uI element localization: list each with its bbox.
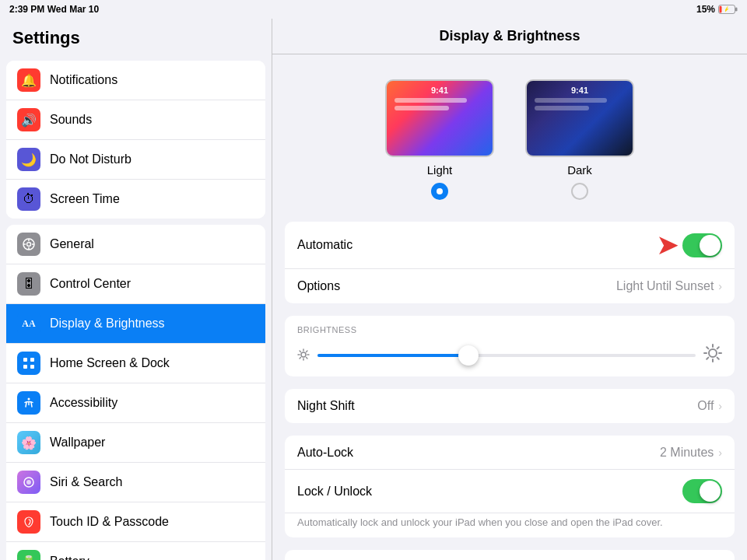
options-row[interactable]: Options Light Until Sunset › (285, 269, 735, 303)
automatic-section: Automatic ➤ Options Light Until Sunset › (285, 222, 735, 303)
options-label: Options (297, 279, 616, 293)
status-right: 15% (696, 4, 738, 15)
sidebar-section-1: 🔔 Notifications 🔊 Sounds 🌙 Do Not Distur… (6, 61, 265, 219)
touch-id-label: Touch ID & Passcode (50, 515, 169, 529)
night-shift-value: Off (697, 399, 714, 413)
lock-unlock-description: Automatically lock and unlock your iPad … (285, 513, 735, 537)
svg-point-13 (28, 398, 30, 401)
sidebar-item-accessibility[interactable]: Accessibility (6, 383, 265, 423)
wallpaper-label: Wallpaper (50, 436, 105, 450)
battery-sidebar-icon: 🔋 (17, 550, 40, 560)
dark-radio[interactable] (571, 183, 588, 200)
status-time: 2:39 PM Wed Mar 10 (9, 4, 99, 15)
svg-rect-11 (23, 365, 27, 369)
svg-line-24 (300, 357, 300, 358)
sidebar-item-wallpaper[interactable]: 🌸 Wallpaper (6, 423, 265, 463)
wallpaper-icon: 🌸 (17, 431, 40, 454)
screen-time-label: Screen Time (50, 192, 120, 206)
night-shift-label: Night Shift (297, 399, 697, 413)
sidebar-item-general[interactable]: General (6, 225, 265, 264)
sidebar-title: Settings (0, 19, 272, 54)
appearance-row: 9:41 Light 9:41 (285, 67, 735, 206)
do-not-disturb-icon: 🌙 (17, 148, 40, 171)
automatic-label: Automatic (297, 238, 656, 252)
dark-preview-bars (535, 98, 625, 110)
sidebar-item-control-center[interactable]: 🎛 Control Center (6, 264, 265, 304)
main-layout: Settings 🔔 Notifications 🔊 Sounds 🌙 Do N… (0, 19, 747, 560)
sounds-label: Sounds (50, 113, 92, 127)
content-body: 9:41 Light 9:41 (272, 54, 747, 560)
auto-lock-value: 2 Minutes (660, 446, 714, 460)
svg-rect-10 (30, 358, 34, 362)
home-screen-label: Home Screen & Dock (50, 356, 170, 370)
svg-line-21 (300, 351, 300, 352)
sidebar-item-sounds[interactable]: 🔊 Sounds (6, 100, 265, 140)
sidebar-item-siri-search[interactable]: Siri & Search (6, 463, 265, 502)
sidebar: Settings 🔔 Notifications 🔊 Sounds 🌙 Do N… (0, 19, 272, 560)
control-center-icon: 🎛 (17, 272, 40, 296)
siri-label: Siri & Search (50, 475, 122, 489)
sidebar-item-battery[interactable]: 🔋 Battery (6, 542, 265, 560)
status-bar: 2:39 PM Wed Mar 10 15% (0, 0, 747, 19)
svg-point-15 (26, 480, 31, 485)
screen-time-icon: ⏱ (17, 187, 40, 211)
svg-line-23 (307, 351, 307, 352)
auto-lock-row[interactable]: Auto-Lock 2 Minutes › (285, 436, 735, 470)
display-brightness-label: Display & Brightness (50, 317, 165, 331)
svg-point-4 (27, 243, 31, 247)
preview-bar-2 (395, 106, 449, 110)
dark-preview-time: 9:41 (571, 86, 588, 95)
display-brightness-icon: AA (17, 312, 40, 335)
brightness-min-icon (297, 348, 310, 363)
svg-rect-2 (735, 8, 738, 12)
light-preview-time: 9:41 (431, 86, 448, 95)
brightness-slider[interactable] (317, 354, 696, 357)
svg-point-16 (301, 352, 306, 357)
brightness-row (297, 344, 722, 367)
appearance-light-card[interactable]: 9:41 Light (385, 79, 494, 200)
brightness-section: BRIGHTNESS (285, 316, 735, 376)
sidebar-item-home-screen[interactable]: Home Screen & Dock (6, 344, 265, 383)
content-title: Display & Brightness (439, 28, 580, 44)
svg-line-30 (707, 347, 708, 348)
appearance-dark-card[interactable]: 9:41 Dark (525, 79, 634, 200)
dark-bar-2 (535, 106, 589, 110)
brightness-label: BRIGHTNESS (297, 325, 722, 334)
sidebar-item-do-not-disturb[interactable]: 🌙 Do Not Disturb (6, 140, 265, 180)
brightness-thumb[interactable] (458, 345, 479, 366)
sounds-icon: 🔊 (17, 108, 40, 131)
dark-label: Dark (567, 163, 592, 177)
accessibility-label: Accessibility (50, 396, 117, 410)
lock-section: Auto-Lock 2 Minutes › Lock / Unlock Auto… (285, 436, 735, 537)
general-label: General (50, 237, 94, 251)
auto-lock-chevron: › (718, 446, 722, 459)
text-size-row[interactable]: Text Size › (285, 550, 735, 560)
svg-rect-12 (30, 365, 34, 369)
lock-unlock-row: Lock / Unlock (285, 470, 735, 513)
control-center-label: Control Center (50, 277, 131, 291)
svg-rect-1 (720, 6, 722, 13)
siri-icon (17, 471, 40, 494)
do-not-disturb-label: Do Not Disturb (50, 152, 132, 166)
night-shift-row[interactable]: Night Shift Off › (285, 389, 735, 423)
accessibility-icon (17, 391, 40, 415)
light-radio[interactable] (431, 183, 448, 200)
svg-line-22 (307, 357, 307, 358)
automatic-row: Automatic ➤ (285, 222, 735, 269)
lock-unlock-toggle[interactable] (682, 479, 722, 503)
notifications-label: Notifications (50, 73, 117, 87)
battery-label: Battery (50, 555, 89, 560)
automatic-toggle[interactable] (682, 233, 722, 257)
sidebar-item-display-brightness[interactable]: AA Display & Brightness (6, 304, 265, 344)
sidebar-item-touch-id[interactable]: Touch ID & Passcode (6, 502, 265, 542)
sidebar-item-screen-time[interactable]: ⏱ Screen Time (6, 180, 265, 219)
general-icon (17, 233, 40, 256)
battery-icon (718, 5, 738, 14)
red-arrow-icon: ➤ (656, 231, 679, 259)
content-header: Display & Brightness (272, 19, 747, 54)
sidebar-item-notifications[interactable]: 🔔 Notifications (6, 61, 265, 100)
battery-percent: 15% (696, 4, 715, 15)
preview-bar-1 (395, 98, 467, 103)
light-preview: 9:41 (385, 79, 494, 157)
options-chevron: › (718, 280, 722, 292)
